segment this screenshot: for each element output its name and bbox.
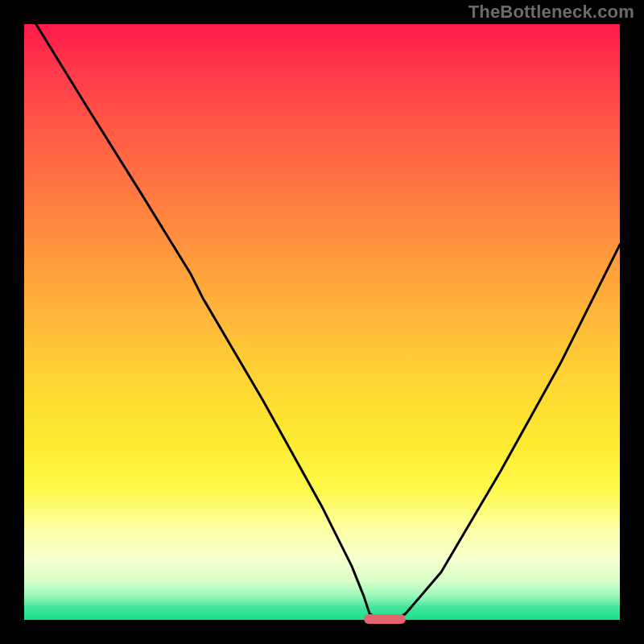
chart-plot-area: [24, 24, 620, 620]
optimal-range-marker: [364, 614, 406, 624]
bottleneck-curve: [24, 24, 620, 620]
attribution-text: TheBottleneck.com: [469, 2, 634, 23]
